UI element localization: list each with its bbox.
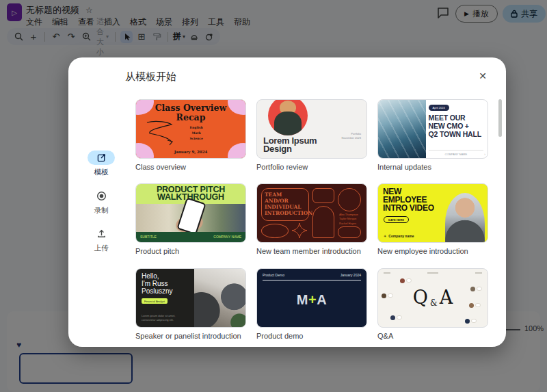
decorative-bar <box>384 272 390 274</box>
template-card-portfolio-review[interactable]: Lorem IpsumDesign Portfolio November 202… <box>256 99 367 171</box>
chat-bubble <box>470 287 482 291</box>
thumb-badge: DATE HERE <box>384 216 409 223</box>
thumb-title: Hello, <box>142 272 159 280</box>
thumb-company: Company name <box>388 234 414 238</box>
app-window: ▷ 无标题的视频 ☆ 文件 编辑 查看 插入 格式 场景 排列 工具 帮助 ▶ … <box>0 0 547 392</box>
record-icon <box>88 189 115 203</box>
subject: English <box>189 125 202 131</box>
template-label: Speaker or panelist introduction <box>135 332 246 340</box>
employee-photo <box>445 193 485 242</box>
chevron-right-icon: › <box>484 152 485 156</box>
template-thumbnail: NEWEMPLOYEEINTRO VIDEO DATE HERE ✳ Compa… <box>377 183 488 243</box>
chat-bubble <box>400 278 412 283</box>
template-label: New employee introduction <box>377 247 488 255</box>
thumb-title: M <box>297 292 308 307</box>
template-label: New team member introduction <box>256 247 367 255</box>
thumb-header-right: January 2024 <box>341 273 361 277</box>
decorative-shape <box>274 112 302 135</box>
template-label: Internal updates <box>377 163 488 171</box>
template-card-internal-updates[interactable]: April 2024 MEET OURNEW CMO +Q2 TOWN HALL… <box>377 99 488 171</box>
modal-scrollbar[interactable] <box>498 99 502 137</box>
template-label: Q&A <box>377 332 488 340</box>
template-label: Product pitch <box>135 247 246 255</box>
zigzag-arrow-doodle <box>142 119 180 151</box>
upload-icon <box>88 226 115 241</box>
template-card-speaker-introduction[interactable]: Hello,I'm RussPosluszny Financial Analys… <box>135 268 246 340</box>
thumb-body-text: Lorem ipsum dolor sit amet, consectetur … <box>142 314 188 322</box>
portrait-photo <box>268 99 308 135</box>
thumb-footer: COMPANY NAME <box>429 150 483 156</box>
templates-icon <box>88 151 115 165</box>
template-label: Product demo <box>256 332 367 340</box>
sidebar-label-templates: 模板 <box>94 168 109 177</box>
template-thumbnail: Hello,I'm RussPosluszny Financial Analys… <box>135 268 246 328</box>
template-label: Class overview <box>135 163 246 171</box>
decorative-shape <box>312 206 334 238</box>
template-thumbnail: TEAM AND/ORINDIVIDUALINTRODUCTION Alex T… <box>256 183 367 243</box>
sidebar-item-upload[interactable]: 上传 <box>68 226 134 253</box>
template-card-product-demo[interactable]: Product Demo January 2024 M+A Product de… <box>256 268 367 340</box>
chat-bubble <box>382 293 393 298</box>
thumb-meta: November 2023 <box>342 136 361 140</box>
sidebar-item-record[interactable]: 录制 <box>68 189 134 215</box>
decorative-bar <box>427 272 438 274</box>
role-badge: Financial Analyst <box>142 298 168 304</box>
thumb-date: January 9, 2024 <box>136 150 245 154</box>
handshake-photo <box>194 269 245 327</box>
phone-photo <box>136 204 245 232</box>
thumb-title: TEAM AND/OR <box>265 192 289 204</box>
member-name: Rachel Hayes <box>339 222 358 226</box>
close-icon[interactable]: ✕ <box>479 70 487 81</box>
asterisk-icon: ✳ <box>384 234 386 238</box>
template-card-team-introduction[interactable]: TEAM AND/ORINDIVIDUALINTRODUCTION Alex T… <box>256 183 367 255</box>
member-name: Taylor Morgan <box>339 217 358 221</box>
decorative-shape <box>261 224 289 238</box>
sidebar-item-templates[interactable]: 模板 <box>68 151 134 177</box>
template-picker-modal: 从模板开始 ✕ 模板 录制 上传 <box>68 57 506 347</box>
subject: Science <box>189 136 202 142</box>
chat-bubble <box>469 303 481 308</box>
thumb-company: COMPANY NAME <box>213 235 241 239</box>
thumb-title: MEET OUR <box>429 114 466 122</box>
thumb-badge: April 2024 <box>429 105 449 111</box>
thumb-subtitle: SUBTITLE <box>140 235 157 239</box>
sidebar-label-record: 录制 <box>94 206 109 215</box>
chat-bubble <box>390 315 402 320</box>
decorative-bar <box>475 272 482 274</box>
architecture-photo <box>378 100 426 158</box>
decorative-shape <box>338 226 361 238</box>
template-thumbnail: Class OverviewRecap English Math Science… <box>135 99 246 159</box>
thumb-header-left: Product Demo <box>263 273 284 277</box>
template-card-product-pitch[interactable]: PRODUCT PITCHWALKTHROUGH SUBTITLE COMPAN… <box>135 183 246 255</box>
subject: Math <box>189 131 202 136</box>
template-card-class-overview[interactable]: Class OverviewRecap English Math Science… <box>135 99 246 171</box>
decorative-shape <box>312 188 334 203</box>
template-thumbnail: Q&A <box>377 268 488 328</box>
template-label: Portfolio review <box>256 163 367 171</box>
template-thumbnail: PRODUCT PITCHWALKTHROUGH SUBTITLE COMPAN… <box>135 183 246 243</box>
sidebar-label-upload: 上传 <box>94 244 109 253</box>
template-thumbnail: Lorem IpsumDesign Portfolio November 202… <box>256 99 367 159</box>
template-card-qa[interactable]: Q&A <box>377 268 488 340</box>
thumb-title: Q <box>413 287 428 308</box>
chat-bubble <box>465 319 477 324</box>
modal-title: 从模板开始 <box>125 70 176 83</box>
template-thumbnail: April 2024 MEET OURNEW CMO +Q2 TOWN HALL… <box>377 99 488 159</box>
four-point-star-shape <box>291 222 308 239</box>
template-card-new-employee[interactable]: NEWEMPLOYEEINTRO VIDEO DATE HERE ✳ Compa… <box>377 183 488 255</box>
template-thumbnail: Product Demo January 2024 M+A <box>256 268 367 328</box>
decorative-shape <box>338 188 361 211</box>
